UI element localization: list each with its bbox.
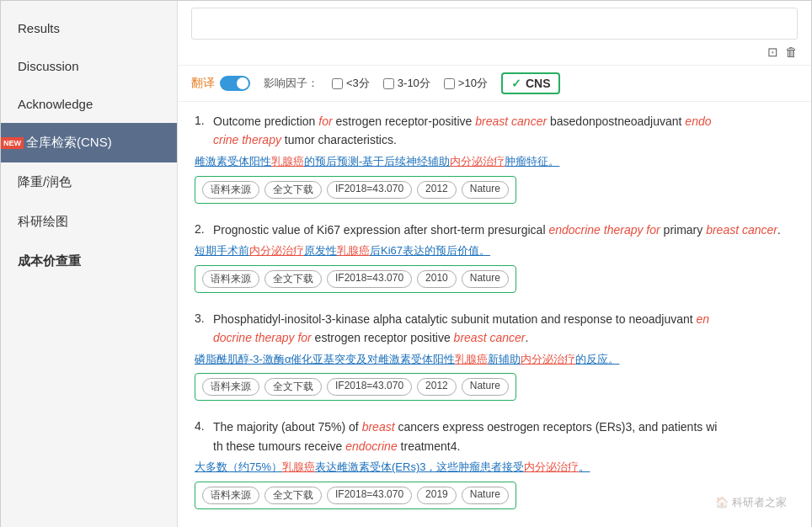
cn-blue-4[interactable]: 表达雌激素受体(ERs)3，这些肿瘤患者接受 (315, 460, 524, 473)
italic-bc-2: breast cancer (706, 223, 777, 237)
sidebar-item-results[interactable]: Results (1, 9, 177, 47)
filter-3to10[interactable]: 3-10分 (383, 76, 430, 91)
cn-blue-1[interactable]: 的预后预测-基于后续神经辅助 (304, 155, 450, 168)
result-num-3: 3. (195, 310, 213, 348)
tag-journal-4[interactable]: Nature (462, 487, 509, 504)
new-badge: NEW (1, 137, 24, 149)
tag-row-2: 语料来源 全文下载 IF2018=43.070 2010 Nature (195, 265, 516, 293)
sidebar-results-label: Results (18, 21, 60, 35)
result-title-1: Outcome prediction for estrogen receptor… (213, 112, 712, 150)
cns-filter-button[interactable]: ✓ CNS (501, 72, 561, 94)
result-item-4: 4. The majority (about 75%) of breast ca… (195, 418, 794, 509)
result-cn-4: 大多数（约75%）乳腺癌表达雌激素受体(ERs)3，这些肿瘤患者接受内分泌治疗。 (195, 459, 794, 476)
filter-lt3-checkbox[interactable] (332, 78, 343, 89)
sidebar-item-acknowledge[interactable]: Acknowledge (1, 85, 177, 123)
italic-endo-2: endocrine therapy for (548, 223, 660, 237)
result-num-1: 1. (195, 112, 213, 150)
cn-text-4[interactable]: 大多数（约75%） (195, 460, 282, 473)
copy-button[interactable]: ⊡ (767, 45, 778, 60)
tag-if-1[interactable]: IF2018=43.070 (327, 181, 412, 199)
tag-download-3[interactable]: 全文下载 (264, 378, 322, 396)
result-cn-2: 短期手术前内分泌治疗原发性乳腺癌后Ki67表达的预后价值。 (195, 242, 794, 260)
cn-text-2[interactable]: 短期手术前 (195, 244, 249, 257)
result-num-4: 4. (195, 418, 213, 455)
tag-source-3[interactable]: 语料来源 (202, 378, 259, 396)
tag-year-4[interactable]: 2019 (417, 487, 457, 504)
result-item-2: 2. Prognostic value of Ki67 expression a… (195, 221, 794, 293)
filter-gt10-label: >10分 (458, 76, 488, 91)
cn-blue2-4[interactable]: 。 (579, 460, 590, 473)
cn-red2-1: 内分泌治疗 (450, 155, 505, 168)
tag-if-2[interactable]: IF2018=43.070 (327, 270, 412, 288)
filter-gt10[interactable]: >10分 (444, 76, 488, 91)
italic-endo-1: endocrine therapy (213, 114, 712, 146)
cn-red2-2: 乳腺癌 (337, 244, 370, 257)
filter-3to10-checkbox[interactable] (383, 78, 394, 89)
cn-red2-4: 内分泌治疗 (524, 460, 579, 473)
result-title-4: The majority (about 75%) of breast cance… (213, 418, 717, 455)
sidebar-item-reduce[interactable]: 降重/润色 (1, 162, 177, 202)
sidebar-item-cost[interactable]: 成本价查重 (1, 242, 177, 281)
sidebar-item-drawing[interactable]: 科研绘图 (1, 202, 177, 242)
cn-blue2-1[interactable]: 肿瘤特征。 (505, 155, 559, 168)
cn-blue2-2[interactable]: 后Ki67表达的预后价值。 (370, 244, 490, 257)
result-num-2: 2. (195, 221, 213, 239)
result-cn-1: 雌激素受体阳性乳腺癌的预后预测-基于后续神经辅助内分泌治疗肿瘤特征。 (195, 153, 794, 171)
tag-if-4[interactable]: IF2018=43.070 (327, 487, 412, 504)
tag-journal-2[interactable]: Nature (462, 270, 509, 288)
sidebar-acknowledge-label: Acknowledge (18, 97, 93, 111)
cn-text-1[interactable]: 雌激素受体阳性 (195, 155, 271, 168)
tag-if-3[interactable]: IF2018=43.070 (327, 378, 412, 396)
cn-blue-2[interactable]: 原发性 (304, 244, 337, 257)
result-item-1: 1. Outcome prediction for estrogen recep… (195, 112, 794, 204)
cn-red-3: 乳腺癌 (455, 353, 488, 365)
cn-blue2-3[interactable]: 的反应。 (575, 353, 619, 365)
filter-lt3-label: <3分 (346, 76, 370, 91)
italic-endo-4: endocrine (345, 439, 398, 453)
cn-red-4: 乳腺癌 (282, 460, 315, 473)
results-list: 1. Outcome prediction for estrogen recep… (178, 102, 811, 527)
cn-red2-3: 内分泌治疗 (521, 353, 575, 365)
tag-download-4[interactable]: 全文下载 (264, 487, 322, 504)
tag-year-1[interactable]: 2012 (417, 181, 457, 199)
tag-journal-3[interactable]: Nature (462, 378, 509, 396)
tag-year-3[interactable]: 2012 (417, 378, 457, 396)
tag-row-1: 语料来源 全文下载 IF2018=43.070 2012 Nature (195, 176, 516, 204)
sidebar-reduce-label: 降重/润色 (18, 174, 72, 189)
tag-row-3: 语料来源 全文下载 IF2018=43.070 2012 Nature (195, 373, 516, 401)
result-title-3: Phosphatidyl-inositol-3-kinase alpha cat… (213, 310, 709, 348)
cn-text-3[interactable]: 磷脂酰肌醇-3-激酶α催化亚基突变及对雌激素受体阳性 (195, 353, 455, 365)
tag-year-2[interactable]: 2010 (417, 270, 457, 288)
cn-blue-3[interactable]: 新辅助 (488, 353, 521, 365)
result-title-2: Prognostic value of Ki67 expression afte… (213, 221, 781, 239)
sidebar-item-discussion[interactable]: Discussion (1, 47, 177, 85)
tag-row-4: 语料来源 全文下载 IF2018=43.070 2019 Nature (195, 482, 516, 509)
sidebar-drawing-label: 科研绘图 (18, 214, 68, 228)
tag-source-4[interactable]: 语料来源 (202, 487, 259, 504)
main-content: ⊡ 🗑 翻译 影响因子： <3分 3-10分 >10分 (178, 1, 811, 527)
translate-toggle-group: 翻译 (191, 76, 250, 91)
cns-checkmark-icon: ✓ (511, 77, 521, 90)
cns-label: CNS (526, 77, 551, 90)
sidebar-discussion-label: Discussion (18, 59, 79, 73)
tag-download-2[interactable]: 全文下载 (264, 270, 322, 288)
delete-button[interactable]: 🗑 (785, 45, 798, 60)
filter-gt10-checkbox[interactable] (444, 78, 455, 89)
sidebar-cns-label: 全库检索(CNS) (26, 135, 112, 149)
result-item-3: 3. Phosphatidyl-inositol-3-kinase alpha … (195, 310, 794, 402)
tag-source-2[interactable]: 语料来源 (202, 270, 259, 288)
tag-download-1[interactable]: 全文下载 (264, 181, 322, 199)
translate-label: 翻译 (191, 76, 215, 91)
filter-lt3[interactable]: <3分 (332, 76, 370, 91)
tag-journal-1[interactable]: Nature (462, 181, 509, 199)
cn-red-1: 乳腺癌 (271, 155, 304, 168)
search-box[interactable] (191, 8, 798, 40)
sidebar-cost-label: 成本价查重 (18, 253, 81, 268)
cn-red-2: 内分泌治疗 (249, 244, 304, 257)
tag-source-1[interactable]: 语料来源 (202, 181, 259, 199)
sidebar: Results Discussion Acknowledge NEW 全库检索(… (1, 1, 178, 527)
filter-bar: 翻译 影响因子： <3分 3-10分 >10分 ✓ CNS (178, 66, 811, 102)
italic-bc-1: breast cancer (475, 114, 547, 128)
sidebar-item-cns[interactable]: NEW 全库检索(CNS) (1, 123, 177, 162)
translate-toggle[interactable] (220, 76, 250, 91)
